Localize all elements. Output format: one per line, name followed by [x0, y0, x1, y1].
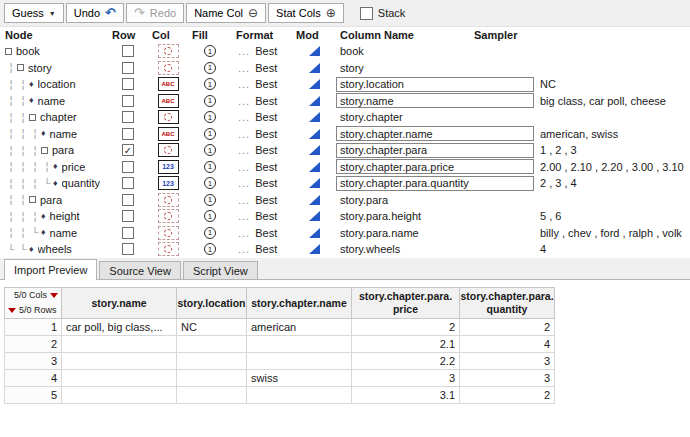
modeling-type-icon[interactable] [309, 63, 320, 73]
fill-count-icon[interactable]: 1 [204, 243, 216, 255]
preview-cell[interactable]: 3 [460, 370, 555, 387]
fill-count-icon[interactable]: 1 [204, 78, 216, 90]
rows-badge[interactable]: 5/0 Rows [8, 305, 58, 316]
format-cell[interactable]: ...Best [232, 144, 292, 156]
format-cell[interactable]: ...Best [232, 243, 292, 255]
column-name-input[interactable] [336, 77, 534, 92]
row-number[interactable]: 1 [4, 319, 62, 336]
format-cell[interactable]: ...Best [232, 161, 292, 173]
col-toggle-icon[interactable]: 123 [158, 176, 179, 190]
rows-menu-icon[interactable] [8, 308, 16, 313]
modeling-type-icon[interactable] [309, 195, 320, 205]
preview-cell[interactable]: car poll, big class,... [62, 319, 177, 336]
row-checkbox[interactable] [122, 210, 134, 222]
redo-button[interactable]: ↷ Redo [126, 3, 184, 23]
preview-cell[interactable] [177, 336, 247, 353]
column-name-input[interactable] [336, 176, 534, 191]
modeling-type-icon[interactable] [309, 178, 320, 188]
expand-box-icon[interactable] [29, 196, 36, 203]
column-name-input[interactable] [336, 93, 534, 108]
preview-cell[interactable] [247, 387, 352, 404]
format-cell[interactable]: ...Best [232, 111, 292, 123]
col-toggle-icon[interactable] [158, 242, 179, 256]
preview-cell[interactable]: 2.1 [352, 336, 460, 353]
row-number[interactable]: 5 [4, 387, 62, 404]
col-toggle-icon[interactable]: ABC [158, 127, 179, 141]
preview-cell[interactable]: 2 [352, 319, 460, 336]
expand-box-icon[interactable] [5, 48, 12, 55]
column-header-quantity[interactable]: story.chapter.para. quantity [460, 287, 555, 319]
modeling-type-icon[interactable] [309, 244, 320, 254]
modeling-type-icon[interactable] [309, 96, 320, 106]
preview-cell[interactable]: 3 [460, 353, 555, 370]
preview-cell[interactable] [62, 336, 177, 353]
row-checkbox[interactable] [122, 62, 134, 74]
modeling-type-icon[interactable] [309, 211, 320, 221]
row-checkbox[interactable] [122, 227, 134, 239]
modeling-type-icon[interactable] [309, 162, 320, 172]
column-name-input[interactable] [336, 143, 534, 158]
fill-count-icon[interactable]: 1 [204, 161, 216, 173]
name-col-button[interactable]: Name Col ⊖ [186, 3, 266, 23]
columns-menu-icon[interactable] [50, 293, 58, 298]
expand-box-icon[interactable] [29, 114, 36, 121]
column-name-input[interactable] [336, 126, 534, 141]
row-checkbox[interactable] [122, 161, 134, 173]
format-cell[interactable]: ...Best [232, 128, 292, 140]
format-cell[interactable]: ...Best [232, 78, 292, 90]
col-toggle-icon[interactable] [158, 44, 179, 58]
row-checkbox[interactable]: ✓ [122, 144, 134, 156]
fill-count-icon[interactable]: 1 [204, 194, 216, 206]
modeling-type-icon[interactable] [309, 129, 320, 139]
tab-import-preview[interactable]: Import Preview [4, 259, 97, 280]
expand-box-icon[interactable] [17, 64, 24, 71]
fill-count-icon[interactable]: 1 [204, 128, 216, 140]
modeling-type-icon[interactable] [309, 145, 320, 155]
tab-script-view[interactable]: Script View [183, 261, 258, 279]
row-number[interactable]: 2 [4, 336, 62, 353]
row-checkbox[interactable] [122, 45, 134, 57]
modeling-type-icon[interactable] [309, 228, 320, 238]
row-checkbox[interactable] [122, 194, 134, 206]
row-checkbox[interactable] [122, 177, 134, 189]
preview-cell[interactable]: american [247, 319, 352, 336]
row-checkbox[interactable] [122, 243, 134, 255]
preview-cell[interactable] [177, 353, 247, 370]
format-cell[interactable]: ...Best [232, 62, 292, 74]
stack-checkbox[interactable] [360, 7, 373, 20]
column-header-story-name[interactable]: story.name [62, 287, 177, 319]
modeling-type-icon[interactable] [309, 79, 320, 89]
row-checkbox[interactable] [122, 111, 134, 123]
row-checkbox[interactable] [122, 78, 134, 90]
undo-button[interactable]: Undo ↶ [66, 3, 124, 23]
fill-count-icon[interactable]: 1 [204, 62, 216, 74]
format-cell[interactable]: ...Best [232, 227, 292, 239]
fill-count-icon[interactable]: 1 [204, 144, 216, 156]
preview-cell[interactable] [177, 387, 247, 404]
fill-count-icon[interactable]: 1 [204, 227, 216, 239]
column-header-price[interactable]: story.chapter.para. price [352, 287, 460, 319]
preview-cell[interactable]: swiss [247, 370, 352, 387]
fill-count-icon[interactable]: 1 [204, 177, 216, 189]
format-cell[interactable]: ...Best [232, 177, 292, 189]
guess-button[interactable]: Guess ▼ [4, 3, 64, 23]
row-checkbox[interactable] [122, 128, 134, 140]
col-toggle-icon[interactable] [158, 209, 179, 223]
format-cell[interactable]: ...Best [232, 45, 292, 57]
preview-cell[interactable]: 3 [352, 370, 460, 387]
row-checkbox[interactable] [122, 95, 134, 107]
format-cell[interactable]: ...Best [232, 210, 292, 222]
column-header-story-location[interactable]: story.location [177, 287, 247, 319]
preview-cell[interactable] [62, 353, 177, 370]
col-toggle-icon[interactable] [158, 143, 179, 157]
col-toggle-icon[interactable] [158, 193, 179, 207]
col-toggle-icon[interactable]: 123 [158, 160, 179, 174]
preview-cell[interactable]: NC [177, 319, 247, 336]
preview-cell[interactable]: 4 [460, 336, 555, 353]
col-toggle-icon[interactable] [158, 61, 179, 75]
column-name-input[interactable] [336, 159, 534, 174]
preview-cell[interactable]: 2.2 [352, 353, 460, 370]
col-toggle-icon[interactable]: ABC [158, 77, 179, 91]
stat-cols-button[interactable]: Stat Cols ⊕ [268, 3, 344, 23]
format-cell[interactable]: ...Best [232, 194, 292, 206]
